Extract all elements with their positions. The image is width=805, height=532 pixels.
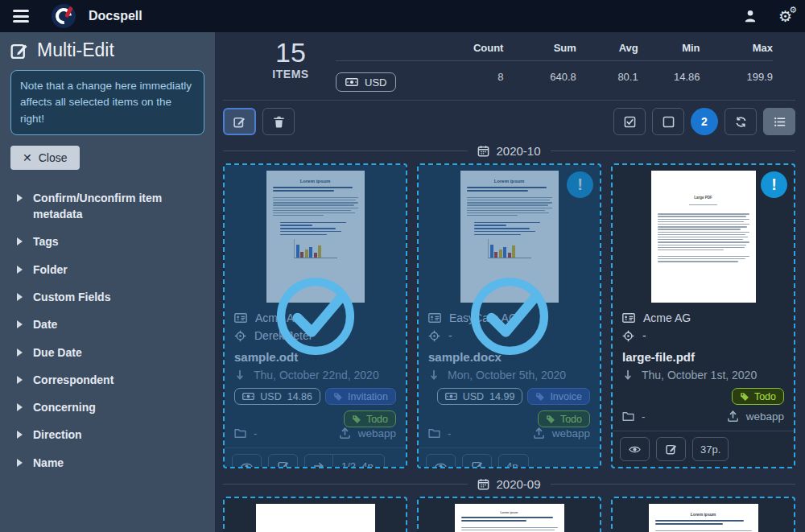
- money-icon: [345, 76, 358, 89]
- new-item-badge: !: [761, 171, 787, 198]
- stats-val-count: 8: [431, 61, 503, 92]
- pages-label[interactable]: 37p.: [692, 437, 729, 461]
- currency-badge: USD: [336, 72, 396, 92]
- accordion-item-confirm[interactable]: Confirm/Unconfirm item metadata: [10, 184, 204, 229]
- accordion-item-name[interactable]: Name: [10, 449, 204, 476]
- item-card[interactable]: Keywords in PDF: [223, 497, 407, 532]
- month-group-header: 2020-10: [223, 144, 795, 158]
- preview-eye-button[interactable]: [620, 437, 650, 461]
- caret-right-icon: [17, 237, 23, 245]
- item-name[interactable]: large-file.pdf: [622, 350, 784, 364]
- docspell-logo[interactable]: [52, 4, 76, 28]
- multi-edit-sidebar: Multi-Edit Note that a change here immed…: [0, 32, 215, 532]
- stats-col-count: Count: [431, 39, 503, 61]
- caret-right-icon: [17, 194, 23, 202]
- edit-item-button[interactable]: [656, 437, 686, 461]
- item-card[interactable]: Lorem ipsum: [417, 497, 601, 532]
- document-preview: Keywords in PDF: [225, 498, 406, 532]
- check-circle-icon: [464, 271, 555, 361]
- item-count: 15: [254, 39, 328, 68]
- toolbar: 2: [223, 108, 795, 135]
- caret-right-icon: [17, 459, 23, 467]
- item-date-row: Thu, October 1st, 2020: [622, 369, 784, 381]
- month-label: 2020-10: [496, 144, 540, 158]
- stats-col-avg: Avg: [576, 39, 638, 61]
- selected-overlay: [225, 165, 406, 467]
- item-count-label: ITEMS: [254, 68, 328, 80]
- sidebar-title: Multi-Edit: [37, 39, 114, 61]
- top-navbar: Docspell ⚙⚙: [0, 0, 805, 32]
- list-view-button[interactable]: [763, 108, 795, 135]
- caret-right-icon: [17, 266, 23, 274]
- item-card-large-file-pdf[interactable]: ! Large PDF: [611, 163, 795, 468]
- tag-badge[interactable]: Todo: [732, 388, 784, 405]
- refresh-button[interactable]: [724, 108, 757, 135]
- document-preview: Lorem ipsum: [419, 498, 600, 532]
- delete-button[interactable]: [262, 108, 295, 135]
- accordion-list: Confirm/Unconfirm item metadata Tags Fol…: [10, 184, 204, 476]
- edit-mode-button[interactable]: [223, 108, 256, 135]
- upload-icon: [727, 410, 739, 423]
- month-group-header: 2020-09: [223, 477, 795, 491]
- multi-edit-note: Note that a change here immediatly affec…: [10, 70, 204, 135]
- cogs-icon[interactable]: ⚙⚙: [778, 9, 792, 24]
- arrow-down-icon: [622, 369, 634, 381]
- caret-right-icon: [17, 431, 23, 439]
- select-all-button[interactable]: [613, 108, 646, 135]
- calendar-icon: [477, 478, 489, 490]
- stats-val-avg: 80.1: [576, 61, 638, 92]
- stats-val-max: 199.9: [700, 61, 773, 92]
- accordion-item-folder[interactable]: Folder: [10, 256, 204, 283]
- caret-right-icon: [17, 376, 23, 384]
- check-circle-icon: [270, 271, 361, 361]
- item-list-area: 15 ITEMS Count Sum Avg Min Max USD 8 640…: [215, 32, 805, 532]
- accordion-item-custom-fields[interactable]: Custom Fields: [10, 283, 204, 311]
- calendar-icon: [477, 145, 489, 157]
- caret-right-icon: [17, 403, 23, 411]
- accordion-item-correspondent[interactable]: Correspondent: [10, 366, 204, 394]
- close-button[interactable]: ✕ Close: [10, 146, 80, 170]
- accordion-item-due-date[interactable]: Due Date: [10, 339, 204, 366]
- card-grid: Keywords in PDF Lorem ipsum: [223, 497, 795, 532]
- document-preview: Lorem ipsum: [613, 498, 794, 532]
- item-card-sample-docx[interactable]: ! Lorem ipsum: [417, 163, 601, 468]
- crosshair-icon: [622, 330, 634, 342]
- item-card-sample-odt[interactable]: Lorem ipsum: [223, 163, 407, 468]
- concerning-row: -: [622, 329, 784, 342]
- folder-value: -: [642, 410, 646, 423]
- select-none-button[interactable]: [652, 108, 684, 135]
- search-stats-header: 15 ITEMS Count Sum Avg Min Max USD 8 640…: [223, 39, 795, 101]
- stats-val-sum: 640.8: [503, 61, 576, 92]
- tag-icon: [740, 392, 749, 402]
- edit-icon: [10, 42, 28, 60]
- accordion-item-tags[interactable]: Tags: [10, 228, 204, 255]
- selected-overlay: [419, 165, 600, 467]
- user-icon[interactable]: [743, 9, 758, 23]
- month-label: 2020-09: [496, 477, 540, 491]
- menu-bars-icon[interactable]: [13, 10, 29, 23]
- folder-icon: [622, 410, 634, 423]
- caret-right-icon: [17, 293, 23, 301]
- caret-right-icon: [17, 348, 23, 357]
- app-title: Docspell: [89, 9, 142, 23]
- accordion-item-concerning[interactable]: Concerning: [10, 394, 204, 421]
- stats-col-sum: Sum: [503, 39, 576, 61]
- close-icon: ✕: [23, 151, 32, 164]
- accordion-item-date[interactable]: Date: [10, 311, 204, 338]
- stats-val-min: 14.86: [638, 61, 700, 92]
- accordion-item-direction[interactable]: Direction: [10, 421, 204, 448]
- selected-count-badge: 2: [691, 108, 718, 135]
- item-card[interactable]: Lorem ipsum: [611, 497, 795, 532]
- card-grid: Lorem ipsum: [223, 163, 795, 468]
- id-card-icon: [622, 311, 635, 324]
- correspondent-row: Acme AG: [622, 311, 784, 324]
- caret-right-icon: [17, 320, 23, 328]
- stats-col-min: Min: [638, 39, 700, 61]
- stats-col-max: Max: [700, 39, 773, 61]
- source-value: webapp: [746, 410, 784, 423]
- stats-table: Count Sum Avg Min Max USD 8 640.8 80.1 1…: [336, 39, 795, 92]
